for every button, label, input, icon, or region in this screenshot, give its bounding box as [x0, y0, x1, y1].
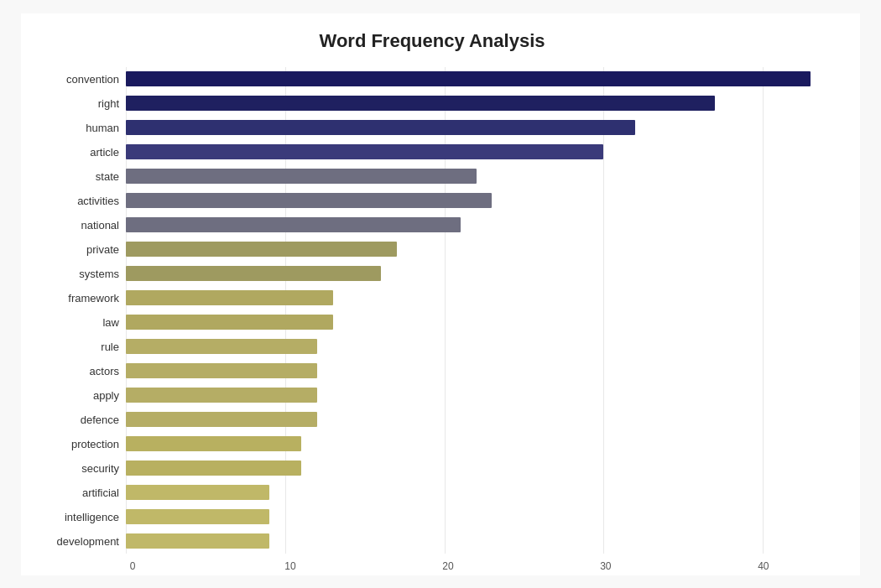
x-tick-label: 0 [130, 560, 136, 572]
bar [126, 412, 317, 427]
x-tick-label: 30 [600, 560, 611, 572]
bar [126, 339, 317, 354]
chart-area: conventionrighthumanarticlestateactiviti… [38, 67, 826, 554]
y-axis-label: private [38, 244, 119, 255]
bar-row [126, 362, 826, 380]
bars-section [126, 67, 826, 554]
bar [126, 436, 301, 451]
bar-row [126, 118, 826, 137]
y-axis-label: actors [38, 366, 119, 377]
y-axis-label: systems [38, 268, 119, 279]
y-axis-label: right [38, 98, 119, 109]
bar-row [126, 434, 826, 453]
y-axis-label: national [38, 220, 119, 231]
bar [126, 509, 269, 524]
bar-row [126, 191, 826, 210]
y-axis-label: rule [38, 341, 119, 352]
x-tick-label: 20 [442, 560, 453, 572]
bar [126, 96, 715, 111]
bar-row [126, 483, 826, 502]
bar [126, 120, 635, 135]
y-axis-label: security [38, 463, 119, 474]
bar [126, 533, 269, 549]
y-axis-label: artificial [38, 487, 119, 498]
bar [126, 315, 333, 330]
y-axis-labels: conventionrighthumanarticlestateactiviti… [38, 67, 126, 554]
bar-row [126, 313, 826, 331]
x-tick-label: 40 [758, 560, 769, 572]
y-axis-label: defence [38, 414, 119, 425]
bar-row [126, 94, 826, 112]
y-axis-label: article [38, 147, 119, 158]
y-axis-label: state [38, 171, 119, 182]
bar [126, 242, 397, 257]
chart-container: Word Frequency Analysis conventionrighth… [21, 13, 860, 575]
bar [126, 266, 381, 281]
bar [126, 290, 333, 305]
chart-title: Word Frequency Analysis [38, 30, 826, 52]
bar [126, 169, 477, 184]
bar-row [126, 459, 826, 477]
bar-row [126, 143, 826, 161]
bar-row [126, 337, 826, 356]
x-tick-label: 10 [284, 560, 295, 572]
bar-row [126, 216, 826, 234]
bar [126, 388, 317, 403]
bar [126, 71, 811, 86]
bar [126, 217, 461, 232]
bar-row [126, 70, 826, 88]
y-axis-label: framework [38, 293, 119, 304]
bar [126, 485, 269, 500]
bar [126, 363, 317, 378]
y-axis-label: convention [38, 74, 119, 85]
bar [126, 144, 603, 159]
y-axis-label: apply [38, 390, 119, 401]
bar-row [126, 507, 826, 526]
x-axis-ticks: 010203040 [133, 560, 826, 577]
y-axis-label: development [38, 536, 119, 547]
y-axis-label: protection [38, 439, 119, 450]
y-axis-label: intelligence [38, 512, 119, 523]
bar-row [126, 386, 826, 404]
bar-row [126, 167, 826, 185]
y-axis-label: law [38, 317, 119, 328]
bar-row [126, 264, 826, 283]
bar-row [126, 240, 826, 258]
bar [126, 461, 301, 476]
bar-row [126, 410, 826, 429]
y-axis-label: human [38, 122, 119, 133]
bar-row [126, 532, 826, 550]
bar [126, 193, 492, 208]
y-axis-label: activities [38, 195, 119, 206]
bar-row [126, 289, 826, 307]
